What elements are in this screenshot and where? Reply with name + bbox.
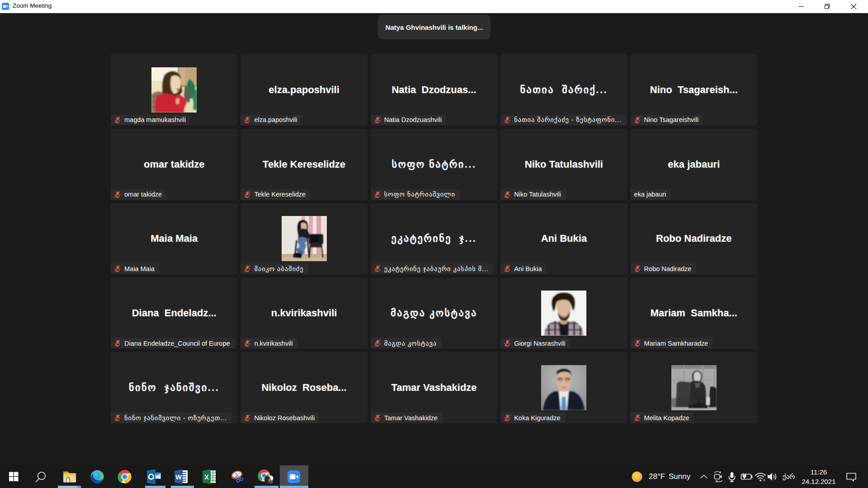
svg-text:W: W	[175, 474, 182, 481]
svg-text:X: X	[204, 474, 209, 481]
